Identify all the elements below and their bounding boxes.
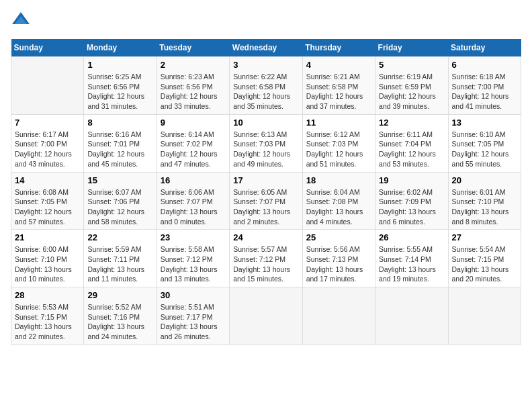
day-info: Sunrise: 6:16 AM Sunset: 7:01 PM Dayligh… — [87, 130, 152, 169]
week-row-4: 21Sunrise: 6:00 AM Sunset: 7:10 PM Dayli… — [11, 230, 521, 287]
day-info: Sunrise: 5:51 AM Sunset: 7:17 PM Dayligh… — [161, 302, 226, 342]
day-info: Sunrise: 6:25 AM Sunset: 6:56 PM Dayligh… — [87, 72, 152, 111]
week-row-1: 1Sunrise: 6:25 AM Sunset: 6:56 PM Daylig… — [11, 57, 521, 115]
day-number: 26 — [379, 232, 444, 242]
day-cell: 6Sunrise: 6:18 AM Sunset: 7:00 PM Daylig… — [448, 57, 521, 115]
day-info: Sunrise: 6:00 AM Sunset: 7:10 PM Dayligh… — [15, 244, 80, 284]
day-cell: 17Sunrise: 6:05 AM Sunset: 7:07 PM Dayli… — [230, 172, 302, 230]
calendar-header: SundayMondayTuesdayWednesdayThursdayFrid… — [11, 39, 521, 57]
column-header-friday: Friday — [375, 39, 448, 57]
day-number: 18 — [306, 175, 371, 185]
day-cell: 8Sunrise: 6:16 AM Sunset: 7:01 PM Daylig… — [84, 114, 157, 172]
logo — [11, 11, 32, 31]
day-cell — [302, 287, 375, 345]
day-cell: 3Sunrise: 6:22 AM Sunset: 6:58 PM Daylig… — [230, 57, 302, 115]
day-number: 7 — [15, 118, 80, 128]
column-header-thursday: Thursday — [302, 39, 375, 57]
day-cell: 10Sunrise: 6:13 AM Sunset: 7:03 PM Dayli… — [230, 114, 302, 172]
day-info: Sunrise: 5:53 AM Sunset: 7:15 PM Dayligh… — [15, 302, 80, 342]
day-number: 28 — [15, 290, 80, 300]
day-number: 16 — [161, 175, 226, 185]
day-info: Sunrise: 6:10 AM Sunset: 7:05 PM Dayligh… — [452, 130, 517, 169]
day-info: Sunrise: 6:21 AM Sunset: 6:58 PM Dayligh… — [306, 72, 371, 111]
day-info: Sunrise: 6:02 AM Sunset: 7:09 PM Dayligh… — [379, 187, 444, 227]
day-cell: 25Sunrise: 5:56 AM Sunset: 7:13 PM Dayli… — [302, 230, 375, 287]
day-number: 5 — [379, 60, 444, 70]
day-number: 23 — [161, 232, 226, 242]
day-cell: 12Sunrise: 6:11 AM Sunset: 7:04 PM Dayli… — [375, 114, 448, 172]
day-cell — [375, 287, 448, 345]
day-info: Sunrise: 5:55 AM Sunset: 7:14 PM Dayligh… — [379, 244, 444, 284]
week-row-5: 28Sunrise: 5:53 AM Sunset: 7:15 PM Dayli… — [11, 287, 521, 345]
day-info: Sunrise: 6:06 AM Sunset: 7:07 PM Dayligh… — [161, 187, 226, 227]
day-cell: 22Sunrise: 5:59 AM Sunset: 7:11 PM Dayli… — [84, 230, 157, 287]
day-number: 12 — [379, 118, 444, 128]
day-info: Sunrise: 5:57 AM Sunset: 7:12 PM Dayligh… — [233, 244, 298, 284]
day-info: Sunrise: 6:23 AM Sunset: 6:56 PM Dayligh… — [161, 72, 226, 111]
day-number: 10 — [233, 118, 298, 128]
day-cell: 18Sunrise: 6:04 AM Sunset: 7:08 PM Dayli… — [302, 172, 375, 230]
day-cell: 1Sunrise: 6:25 AM Sunset: 6:56 PM Daylig… — [84, 57, 157, 115]
day-cell: 7Sunrise: 6:17 AM Sunset: 7:00 PM Daylig… — [11, 114, 84, 172]
week-row-2: 7Sunrise: 6:17 AM Sunset: 7:00 PM Daylig… — [11, 114, 521, 172]
day-number: 22 — [87, 232, 152, 242]
day-number: 13 — [452, 118, 517, 128]
day-info: Sunrise: 6:12 AM Sunset: 7:03 PM Dayligh… — [306, 130, 371, 169]
calendar-table: SundayMondayTuesdayWednesdayThursdayFrid… — [11, 39, 521, 345]
day-cell: 26Sunrise: 5:55 AM Sunset: 7:14 PM Dayli… — [375, 230, 448, 287]
day-info: Sunrise: 6:19 AM Sunset: 6:59 PM Dayligh… — [379, 72, 444, 111]
header-row: SundayMondayTuesdayWednesdayThursdayFrid… — [11, 39, 521, 57]
day-cell: 13Sunrise: 6:10 AM Sunset: 7:05 PM Dayli… — [448, 114, 521, 172]
day-cell: 27Sunrise: 5:54 AM Sunset: 7:15 PM Dayli… — [448, 230, 521, 287]
day-cell — [11, 57, 84, 115]
day-cell — [448, 287, 521, 345]
day-number: 21 — [15, 232, 80, 242]
day-info: Sunrise: 6:08 AM Sunset: 7:05 PM Dayligh… — [15, 187, 80, 227]
day-cell: 11Sunrise: 6:12 AM Sunset: 7:03 PM Dayli… — [302, 114, 375, 172]
week-row-3: 14Sunrise: 6:08 AM Sunset: 7:05 PM Dayli… — [11, 172, 521, 230]
day-cell: 14Sunrise: 6:08 AM Sunset: 7:05 PM Dayli… — [11, 172, 84, 230]
day-info: Sunrise: 5:54 AM Sunset: 7:15 PM Dayligh… — [452, 244, 517, 284]
day-cell: 28Sunrise: 5:53 AM Sunset: 7:15 PM Dayli… — [11, 287, 84, 345]
page-header — [11, 11, 521, 31]
day-info: Sunrise: 6:18 AM Sunset: 7:00 PM Dayligh… — [452, 72, 517, 111]
day-number: 19 — [379, 175, 444, 185]
day-number: 30 — [161, 290, 226, 300]
day-number: 11 — [306, 118, 371, 128]
calendar-body: 1Sunrise: 6:25 AM Sunset: 6:56 PM Daylig… — [11, 57, 521, 345]
column-header-tuesday: Tuesday — [157, 39, 229, 57]
day-number: 25 — [306, 232, 371, 242]
day-number: 9 — [161, 118, 226, 128]
day-cell: 5Sunrise: 6:19 AM Sunset: 6:59 PM Daylig… — [375, 57, 448, 115]
day-info: Sunrise: 6:04 AM Sunset: 7:08 PM Dayligh… — [306, 187, 371, 227]
day-cell — [230, 287, 302, 345]
column-header-wednesday: Wednesday — [230, 39, 302, 57]
day-number: 6 — [452, 60, 517, 70]
day-number: 24 — [233, 232, 298, 242]
logo-icon — [11, 11, 31, 31]
day-number: 29 — [87, 290, 152, 300]
day-number: 27 — [452, 232, 517, 242]
day-info: Sunrise: 6:13 AM Sunset: 7:03 PM Dayligh… — [233, 130, 298, 169]
day-number: 20 — [452, 175, 517, 185]
day-cell: 24Sunrise: 5:57 AM Sunset: 7:12 PM Dayli… — [230, 230, 302, 287]
day-number: 1 — [87, 60, 152, 70]
day-cell: 9Sunrise: 6:14 AM Sunset: 7:02 PM Daylig… — [157, 114, 229, 172]
day-info: Sunrise: 5:56 AM Sunset: 7:13 PM Dayligh… — [306, 244, 371, 284]
day-number: 4 — [306, 60, 371, 70]
day-info: Sunrise: 6:17 AM Sunset: 7:00 PM Dayligh… — [15, 130, 80, 169]
day-number: 2 — [161, 60, 226, 70]
day-cell: 2Sunrise: 6:23 AM Sunset: 6:56 PM Daylig… — [157, 57, 229, 115]
day-info: Sunrise: 5:58 AM Sunset: 7:12 PM Dayligh… — [161, 244, 226, 284]
day-cell: 23Sunrise: 5:58 AM Sunset: 7:12 PM Dayli… — [157, 230, 229, 287]
day-cell: 4Sunrise: 6:21 AM Sunset: 6:58 PM Daylig… — [302, 57, 375, 115]
day-number: 15 — [87, 175, 152, 185]
day-cell: 29Sunrise: 5:52 AM Sunset: 7:16 PM Dayli… — [84, 287, 157, 345]
column-header-saturday: Saturday — [448, 39, 521, 57]
column-header-sunday: Sunday — [11, 39, 84, 57]
day-info: Sunrise: 6:01 AM Sunset: 7:10 PM Dayligh… — [452, 187, 517, 227]
day-cell: 30Sunrise: 5:51 AM Sunset: 7:17 PM Dayli… — [157, 287, 229, 345]
day-cell: 20Sunrise: 6:01 AM Sunset: 7:10 PM Dayli… — [448, 172, 521, 230]
day-number: 14 — [15, 175, 80, 185]
day-number: 3 — [233, 60, 298, 70]
